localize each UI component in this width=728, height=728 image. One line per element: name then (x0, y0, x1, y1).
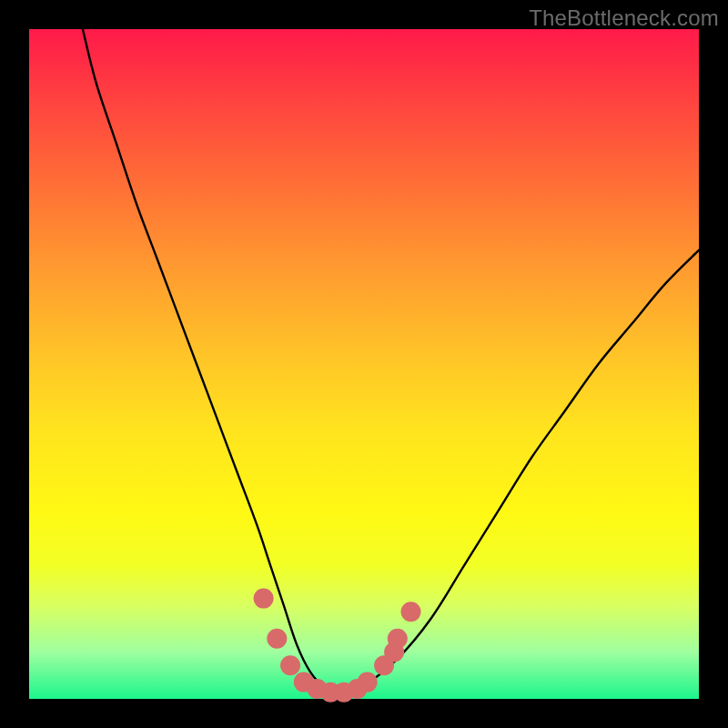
curve-markers (254, 589, 421, 703)
curve-layer (29, 29, 699, 699)
watermark-text: TheBottleneck.com (529, 5, 719, 31)
curve-marker (254, 589, 274, 609)
curve-marker (358, 672, 378, 693)
curve-marker (401, 602, 421, 622)
bottleneck-curve (83, 29, 699, 693)
chart-frame: TheBottleneck.com (0, 0, 728, 728)
curve-marker (267, 629, 287, 649)
curve-marker (280, 655, 300, 675)
curve-marker (388, 629, 408, 649)
plot-area (29, 29, 699, 699)
